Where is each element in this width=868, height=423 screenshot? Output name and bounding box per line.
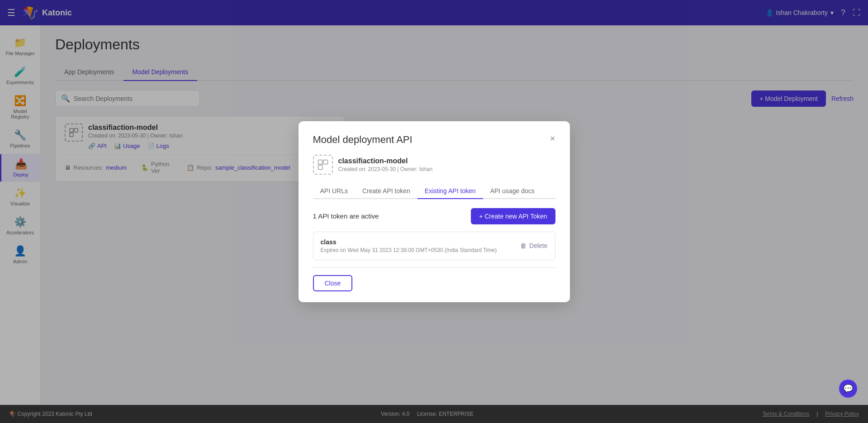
modal-divider	[313, 267, 555, 268]
token-expiry: Expires on Wed May 31 2023 12:38:00 GMT+…	[321, 247, 497, 253]
modal-close-button[interactable]: ×	[550, 134, 555, 143]
modal-tab-create-token[interactable]: Create API token	[355, 184, 417, 199]
modal-model-name: classifiaction-model	[338, 157, 433, 165]
modal-model-info: classifiaction-model Created on: 2023-05…	[313, 155, 555, 175]
svg-rect-5	[318, 165, 322, 169]
token-card-info: class Expires on Wed May 31 2023 12:38:0…	[321, 238, 497, 253]
svg-rect-3	[318, 160, 322, 164]
modal-model-icon	[313, 155, 333, 175]
modal-model-details: classifiaction-model Created on: 2023-05…	[338, 157, 433, 172]
token-delete-button[interactable]: 🗑 Delete	[520, 242, 547, 249]
modal-tab-existing-token[interactable]: Existing API token	[417, 184, 483, 199]
modal-model-meta: Created on: 2023-05-30 | Owner: Ishan	[338, 166, 433, 172]
modal: Model deployment API × classifiaction-mo…	[299, 121, 570, 302]
create-token-button[interactable]: + Create new API Token	[471, 208, 555, 224]
token-card: class Expires on Wed May 31 2023 12:38:0…	[313, 232, 555, 260]
svg-rect-4	[323, 160, 327, 164]
trash-icon: 🗑	[520, 242, 526, 249]
token-status-text: 1 API token are active	[313, 212, 379, 220]
close-modal-button[interactable]: Close	[313, 275, 353, 291]
token-name: class	[321, 238, 497, 246]
chat-bubble[interactable]: 💬	[839, 380, 857, 398]
modal-tab-api-docs[interactable]: API usage docs	[483, 184, 542, 199]
modal-tab-api-urls[interactable]: API URLs	[313, 184, 355, 199]
modal-header: Model deployment API ×	[313, 134, 555, 146]
token-header: 1 API token are active + Create new API …	[313, 208, 555, 224]
modal-title: Model deployment API	[313, 134, 413, 146]
modal-tabs: API URLs Create API token Existing API t…	[313, 184, 555, 199]
